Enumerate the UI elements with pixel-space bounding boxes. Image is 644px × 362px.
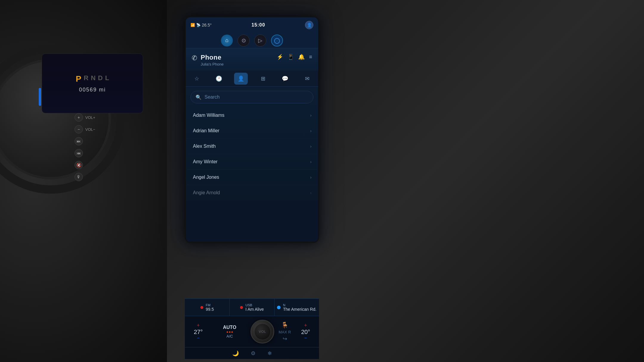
center-screen: 📶 📡 26.5° 15:00 👤 ⌂ ⊙ ▷ ◯ ✆ Phone Julia'… xyxy=(185,16,319,243)
contact-item-adam-williams[interactable]: Adam Williams › xyxy=(187,108,317,123)
search-icon: 🔍 xyxy=(196,94,202,100)
search-placeholder-text: Search xyxy=(205,94,220,100)
bluetooth-icon[interactable]: ⚡ xyxy=(277,54,283,60)
odometer: 00569 mi xyxy=(79,87,106,93)
contact-name: Amy Winter xyxy=(193,159,218,164)
gear-n: N xyxy=(91,74,96,84)
video-button[interactable]: ▷ xyxy=(254,35,266,46)
phone-subtitle: Julia's Phone xyxy=(201,62,224,66)
contact-name: Alex Smith xyxy=(193,144,216,149)
contact-item-amy-winter[interactable]: Amy Winter › xyxy=(187,154,317,170)
nav-indicator-dot xyxy=(277,306,281,309)
vol-plus-button[interactable]: + VOL+ xyxy=(75,113,134,122)
chevron-right-icon: › xyxy=(310,159,312,164)
phone-header: ✆ Phone Julia's Phone ⚡ 📱 🔔 ≡ xyxy=(186,48,318,71)
left-temp-display: 27° xyxy=(194,329,203,335)
search-bar[interactable]: 🔍 Search xyxy=(191,91,313,103)
temperature-display: 26.5° xyxy=(202,23,212,27)
right-temp-plus-button[interactable]: + xyxy=(304,322,307,329)
usb-indicator-dot xyxy=(240,306,243,309)
tab-messages[interactable]: 💬 xyxy=(278,73,292,85)
r-label: R xyxy=(288,330,291,334)
moon-icon[interactable]: 🌙 xyxy=(232,350,239,357)
contact-name: Angie Arnold xyxy=(193,190,220,195)
gear-p: P xyxy=(76,74,81,84)
climate-left-zone: + 27° − xyxy=(188,322,209,341)
seat-heat-icon[interactable]: 🪑 xyxy=(281,321,289,329)
climate-center-zone: AUTO A/C xyxy=(210,325,249,338)
vol-minus-button[interactable]: − VOL− xyxy=(75,125,134,133)
climate-bottom-icons: MAX R xyxy=(278,330,291,334)
contact-name: Angel Jones xyxy=(193,175,219,180)
tabs-row: ☆ 🕐 👤 ⊞ 💬 ✉ xyxy=(186,71,318,87)
vol-knob-label: VOL xyxy=(254,324,271,340)
left-temp-minus-button[interactable]: − xyxy=(197,335,199,341)
voice-button[interactable]: 🎙 xyxy=(75,173,134,181)
fm-label: FM xyxy=(206,303,214,307)
vent-icon[interactable]: ↪ xyxy=(283,335,287,342)
tab-email[interactable]: ✉ xyxy=(300,73,314,85)
contact-name: Adam Williams xyxy=(193,113,225,118)
media-strip: FM 99.5 USB I Am Alive N The American Rd… xyxy=(185,299,319,316)
notification-icon[interactable]: 🔔 xyxy=(298,54,305,60)
left-temp-plus-button[interactable]: + xyxy=(197,322,200,329)
contact-list: Adam Williams › Adrian Miller › Alex Smi… xyxy=(186,108,318,201)
volume-knob[interactable]: VOL xyxy=(250,320,274,344)
nav-text: N The American Rd. xyxy=(283,303,316,312)
device-icon[interactable]: 📱 xyxy=(287,54,294,60)
nav-label: N xyxy=(283,303,316,307)
phone-title: Phone xyxy=(201,54,224,61)
time-display: 15:00 xyxy=(251,22,265,28)
ac-label: A/C xyxy=(226,334,233,338)
usb-label: USB xyxy=(245,303,264,307)
tab-recent[interactable]: 🕐 xyxy=(212,73,226,85)
skip-back-button[interactable]: ⏮ xyxy=(75,149,134,157)
nav-road: The American Rd. xyxy=(283,307,316,312)
stalk-controls: + VOL+ − VOL− ⏭ ⏮ 🔇 🎙 xyxy=(75,113,134,185)
contact-item-alex-smith[interactable]: Alex Smith › xyxy=(187,139,317,154)
nav-buttons-row: ⌂ ⊙ ▷ ◯ xyxy=(186,33,318,48)
chevron-right-icon: › xyxy=(310,144,312,149)
max-label: MAX xyxy=(278,330,287,334)
user-avatar[interactable]: 👤 xyxy=(305,21,313,29)
nav-item[interactable]: N The American Rd. xyxy=(275,299,319,316)
bottom-icons-row: 🌙 ⚙ ❄ xyxy=(185,347,319,359)
usb-media-item[interactable]: USB I Am Alive xyxy=(230,299,274,316)
chevron-right-icon: › xyxy=(310,190,312,195)
voice-assist-button[interactable]: ◯ xyxy=(271,35,283,46)
fm-indicator-dot xyxy=(200,306,203,309)
signal-icon: 📡 xyxy=(196,23,201,27)
gear-l: L xyxy=(105,74,109,84)
skip-forward-button[interactable]: ⏭ xyxy=(75,137,134,145)
chevron-right-icon: › xyxy=(310,113,312,118)
mute-button[interactable]: 🔇 xyxy=(75,161,134,169)
tab-favorites[interactable]: ☆ xyxy=(190,73,204,85)
phone-title-row: ✆ Phone Julia's Phone xyxy=(192,54,224,66)
fm-radio-item[interactable]: FM 99.5 xyxy=(185,299,230,316)
climate-fan-dots xyxy=(227,331,233,333)
tab-contacts[interactable]: 👤 xyxy=(234,73,248,85)
climate-strip: + 27° − AUTO A/C VOL 🪑 MAX R ↪ + 20° − xyxy=(185,316,319,347)
gear-d: D xyxy=(98,74,103,84)
contact-item-adrian-miller[interactable]: Adrian Miller › xyxy=(187,123,317,139)
tab-keypad[interactable]: ⊞ xyxy=(256,73,270,85)
phone-handset-icon: ✆ xyxy=(192,54,197,62)
status-icons: 📶 📡 26.5° xyxy=(191,23,212,27)
right-temp-minus-button[interactable]: − xyxy=(304,335,307,341)
usb-track: I Am Alive xyxy=(245,307,264,312)
fm-frequency: 99.5 xyxy=(206,307,214,312)
media-button[interactable]: ⊙ xyxy=(238,35,250,46)
home-button[interactable]: ⌂ xyxy=(221,35,233,46)
fm-text: FM 99.5 xyxy=(206,303,214,312)
wifi-icon: 📶 xyxy=(191,23,195,27)
climate-right-zone: + 20° − xyxy=(295,322,316,341)
menu-icon[interactable]: ≡ xyxy=(309,54,312,60)
contact-item-angel-jones[interactable]: Angel Jones › xyxy=(187,170,317,185)
auto-label: AUTO xyxy=(223,325,236,330)
gear-indicator: P R N D L xyxy=(76,74,109,84)
contact-item-angie-arnold[interactable]: Angie Arnold › xyxy=(187,185,317,201)
contact-name: Adrian Miller xyxy=(193,128,219,133)
snowflake-icon[interactable]: ❄ xyxy=(267,350,272,357)
phone-controls: ⚡ 📱 🔔 ≡ xyxy=(277,54,312,60)
settings-icon[interactable]: ⚙ xyxy=(251,350,256,357)
